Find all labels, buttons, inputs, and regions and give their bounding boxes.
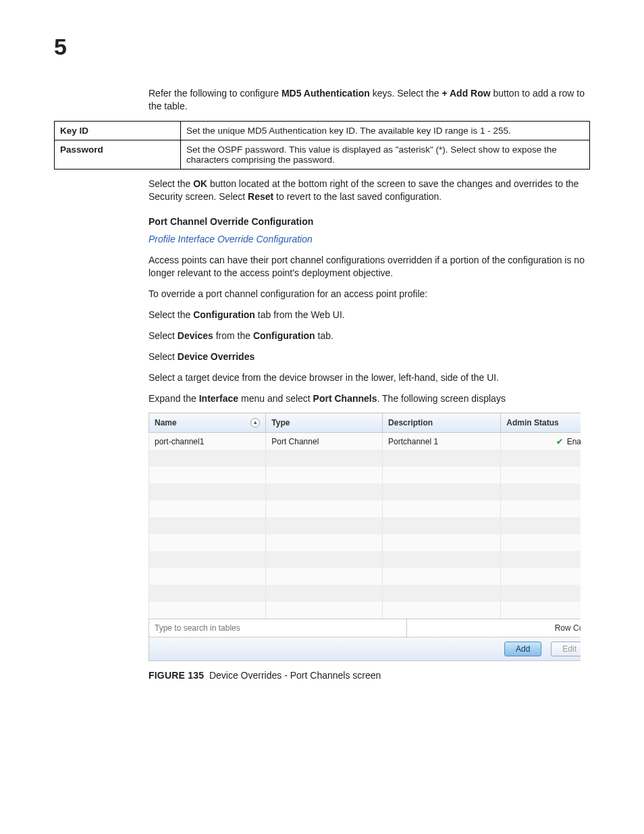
text: from the xyxy=(213,330,253,341)
add-button[interactable]: Add xyxy=(504,642,541,656)
step-3: Select Device Overrides xyxy=(149,350,590,363)
step-1: Select the Configuration tab from the We… xyxy=(149,309,590,321)
table-row xyxy=(149,534,581,551)
devices-term: Devices xyxy=(178,330,213,341)
reset-term: Reset xyxy=(248,191,273,202)
def-value: Set the unique MD5 Authentication key ID… xyxy=(181,121,590,140)
grid-footer: Type to search in tables Row Cou xyxy=(149,619,581,637)
figure-number: FIGURE 135 xyxy=(149,670,204,681)
add-row-term: + Add Row xyxy=(441,88,490,99)
step-4: Select a target device from the device b… xyxy=(149,371,590,384)
ok-term: OK xyxy=(193,178,207,189)
cell-description: Portchannel 1 xyxy=(383,433,501,450)
text: Select the xyxy=(149,178,193,189)
table-row xyxy=(149,484,581,500)
table-row xyxy=(149,568,581,585)
col-header-name[interactable]: Name ▲ xyxy=(149,413,266,433)
step-5: Expand the Interface menu and select Por… xyxy=(149,392,590,405)
edit-button[interactable]: Edit xyxy=(551,642,581,656)
port-channels-term: Port Channels xyxy=(313,393,377,404)
table-row xyxy=(149,500,581,517)
port-channels-grid: Name ▲ Type Description Admin Status por… xyxy=(149,413,581,619)
cell-name: port-channel1 xyxy=(149,433,266,450)
table-row xyxy=(149,602,581,619)
def-value: Set the OSPF password. This value is dis… xyxy=(181,140,590,169)
md5-key-definition-table: Key ID Set the unique MD5 Authentication… xyxy=(54,121,590,170)
table-row xyxy=(149,517,581,534)
def-key: Key ID xyxy=(55,121,181,140)
figure-caption: FIGURE 135 Device Overrides - Port Chann… xyxy=(149,669,590,682)
configuration-term: Configuration xyxy=(253,330,315,341)
grid-button-bar: Add Edit xyxy=(149,637,581,661)
text: Select xyxy=(149,330,178,341)
text: Select xyxy=(149,351,178,362)
intro-paragraph: Refer the following to configure MD5 Aut… xyxy=(149,87,590,113)
text: Expand the xyxy=(149,393,199,404)
table-row xyxy=(149,467,581,484)
paragraph: Access points can have their port channe… xyxy=(149,254,590,280)
table-row: Password Set the OSPF password. This val… xyxy=(55,140,590,169)
text: Refer the following to configure xyxy=(149,88,281,99)
table-row: Key ID Set the unique MD5 Authentication… xyxy=(55,121,590,140)
text: . The following screen displays xyxy=(377,393,506,404)
ok-reset-paragraph: Select the OK button located at the bott… xyxy=(149,178,590,203)
status-text: Enable xyxy=(567,437,581,446)
text: Select the xyxy=(149,309,193,320)
md5-auth-term: MD5 Authentication xyxy=(281,88,370,99)
table-row xyxy=(149,551,581,568)
device-overrides-term: Device Overrides xyxy=(178,351,254,362)
port-channels-screenshot: Name ▲ Type Description Admin Status por… xyxy=(149,413,581,661)
interface-term: Interface xyxy=(199,393,238,404)
col-header-type[interactable]: Type xyxy=(266,413,383,433)
cell-admin-status: ✔Enable xyxy=(501,433,581,450)
text: tab. xyxy=(315,330,333,341)
table-row xyxy=(149,450,581,467)
def-key: Password xyxy=(55,140,181,169)
text: menu and select xyxy=(238,393,313,404)
text: tab from the Web UI. xyxy=(255,309,345,320)
cell-type: Port Channel xyxy=(266,433,383,450)
figure-title: Device Overrides - Port Channels screen xyxy=(209,670,381,681)
search-input[interactable]: Type to search in tables xyxy=(149,619,407,637)
step-2: Select Devices from the Configuration ta… xyxy=(149,330,590,342)
checkmark-icon: ✔ xyxy=(556,437,563,446)
port-channel-override-heading: Port Channel Override Configuration xyxy=(149,215,590,228)
sort-asc-icon[interactable]: ▲ xyxy=(250,418,260,427)
profile-interface-override-link[interactable]: Profile Interface Override Configuration xyxy=(149,234,313,244)
header-label: Name xyxy=(155,418,177,427)
table-row xyxy=(149,585,581,602)
col-header-description[interactable]: Description xyxy=(383,413,501,433)
col-header-admin-status[interactable]: Admin Status xyxy=(501,413,581,433)
text: keys. Select the xyxy=(370,88,442,99)
table-row[interactable]: port-channel1 Port Channel Portchannel 1… xyxy=(149,433,581,450)
paragraph: To override a port channel configuration… xyxy=(149,288,590,301)
configuration-term: Configuration xyxy=(193,309,255,320)
row-count-label: Row Cou xyxy=(407,619,581,637)
chapter-number: 5 xyxy=(54,34,590,60)
text: to revert to the last saved configuratio… xyxy=(273,191,441,202)
